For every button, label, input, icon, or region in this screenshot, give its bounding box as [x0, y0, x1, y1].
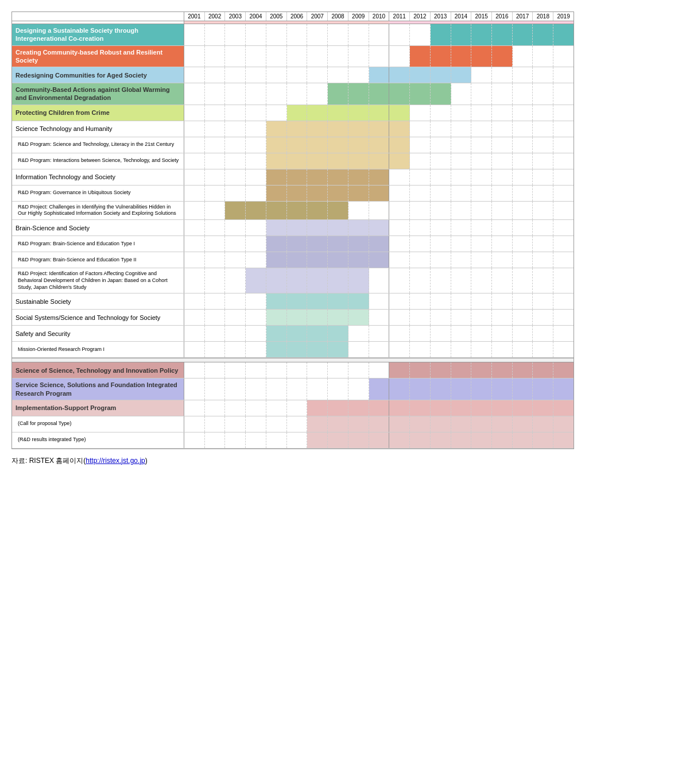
cell-1 [205, 379, 226, 400]
cell-0 [184, 46, 205, 67]
cell-8 [348, 46, 369, 67]
cell-0 [184, 202, 205, 219]
cell-2 [225, 105, 246, 121]
cell-7 [328, 362, 348, 378]
cell-12 [431, 121, 451, 137]
cell-7 [328, 153, 348, 169]
cell-6 [307, 220, 328, 235]
cell-15 [492, 362, 513, 378]
cell-13 [451, 400, 472, 416]
cell-14 [471, 326, 492, 341]
cell-2 [225, 342, 246, 357]
cell-9 [369, 121, 390, 137]
cell-1 [205, 310, 226, 325]
cell-13 [451, 67, 472, 83]
cell-5 [287, 121, 308, 137]
cell-11 [410, 293, 431, 309]
table-row: Service Science, Solutions and Foundatio… [12, 379, 574, 400]
cell-7 [328, 137, 348, 153]
row-label: Implementation-Support Program [12, 400, 184, 416]
cell-8 [348, 83, 369, 105]
cell-7 [328, 169, 348, 185]
cell-1 [205, 220, 226, 235]
year-header-2014: 2014 [451, 12, 472, 21]
row-label: R&D Program: Brain-Science and Education… [12, 236, 184, 252]
cell-7 [328, 202, 348, 219]
cell-6 [307, 24, 328, 45]
cell-7 [328, 268, 348, 293]
year-header-2003: 2003 [225, 12, 246, 21]
subheader-before [184, 21, 389, 24]
table-row: Safety and Security [12, 326, 574, 342]
cell-4 [266, 67, 287, 83]
year-header-2018: 2018 [533, 12, 553, 21]
table-row: R&D Program: Interactions between Scienc… [12, 153, 574, 169]
cell-13 [451, 236, 472, 252]
cell-4 [266, 121, 287, 137]
cell-11 [410, 326, 431, 341]
cell-18 [553, 293, 574, 309]
cell-2 [225, 268, 246, 293]
cell-16 [513, 252, 533, 268]
cell-11 [410, 46, 431, 67]
cell-7 [328, 24, 348, 45]
cell-4 [266, 169, 287, 185]
cell-5 [287, 293, 308, 309]
cell-5 [287, 310, 308, 325]
cell-14 [471, 293, 492, 309]
cell-12 [431, 169, 451, 185]
table-row: R&D Project: Identification of Factors A… [12, 268, 574, 293]
cell-17 [533, 169, 553, 185]
cell-3 [246, 202, 266, 219]
cell-8 [348, 153, 369, 169]
cell-13 [451, 362, 472, 378]
cell-3 [246, 105, 266, 121]
cell-1 [205, 252, 226, 268]
cell-9 [369, 379, 390, 400]
table-row: Creating Community-based Robust and Resi… [12, 46, 574, 68]
year-header-2012: 2012 [410, 12, 431, 21]
footer-note: 자료: RISTEX 홈페이지(http://ristex.jst.go.jp) [11, 456, 667, 466]
row-label: R&D Program: Interactions between Scienc… [12, 153, 184, 169]
cell-1 [205, 169, 226, 185]
cell-13 [451, 121, 472, 137]
table-row: (Call for proposal Type) [12, 416, 574, 432]
cell-2 [225, 169, 246, 185]
cell-14 [471, 46, 492, 67]
cell-14 [471, 416, 492, 432]
cell-8 [348, 252, 369, 268]
cell-16 [513, 137, 533, 153]
cell-7 [328, 186, 348, 201]
section-divider [12, 358, 574, 362]
footer-link[interactable]: http://ristex.jst.go.jp [86, 457, 145, 465]
cell-18 [553, 121, 574, 137]
row-cells [184, 169, 574, 185]
cell-11 [410, 202, 431, 219]
row-label: Redesigning Communities for Aged Society [12, 67, 184, 83]
year-header-2019: 2019 [553, 12, 574, 21]
cell-5 [287, 326, 308, 341]
cell-15 [492, 416, 513, 432]
cell-0 [184, 83, 205, 105]
cell-3 [246, 169, 266, 185]
cell-9 [369, 137, 390, 153]
cell-18 [553, 105, 574, 121]
cell-16 [513, 268, 533, 293]
cell-7 [328, 310, 348, 325]
cell-12 [431, 137, 451, 153]
cell-6 [307, 326, 328, 341]
cell-4 [266, 400, 287, 416]
cell-11 [410, 83, 431, 105]
cell-12 [431, 268, 451, 293]
cell-3 [246, 362, 266, 378]
cell-17 [533, 293, 553, 309]
cell-14 [471, 252, 492, 268]
cell-11 [410, 153, 431, 169]
year-header-2011: 2011 [389, 12, 410, 21]
cell-3 [246, 400, 266, 416]
cell-10 [389, 24, 410, 45]
cell-12 [431, 220, 451, 235]
cell-18 [553, 169, 574, 185]
cell-17 [533, 67, 553, 83]
cell-0 [184, 24, 205, 45]
